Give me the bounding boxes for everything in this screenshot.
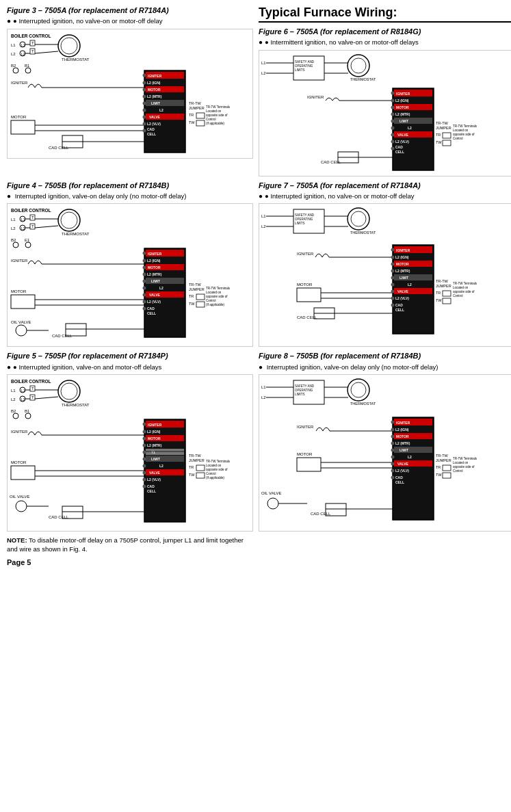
svg-text:IGNITER: IGNITER [11,430,28,434]
svg-text:B2: B2 [11,238,16,242]
svg-text:LIMIT: LIMIT [151,279,160,283]
svg-text:(If applicable): (If applicable) [206,303,225,306]
svg-text:MOTOR: MOTOR [297,283,313,287]
svg-text:opposite side of: opposite side of [453,465,475,469]
svg-text:L1: L1 [21,218,25,222]
svg-text:L1: L1 [21,43,25,47]
svg-point-58 [143,122,146,125]
svg-text:L2: L2 [261,71,266,75]
svg-text:IGNITER: IGNITER [11,259,28,263]
svg-point-52 [143,81,146,84]
svg-text:CAD: CAD [147,127,155,131]
svg-point-141 [58,209,80,231]
svg-text:Located on: Located on [453,461,469,464]
svg-text:OPERATING: OPERATING [295,389,313,392]
svg-text:L2: L2 [11,226,16,231]
svg-text:SAFETY AND: SAFETY AND [295,384,315,388]
svg-text:L1: L1 [11,218,16,222]
svg-text:MOTOR: MOTOR [396,434,409,438]
svg-point-56 [143,108,146,112]
svg-point-250 [391,290,395,293]
svg-text:SAFETY AND: SAFETY AND [295,60,315,64]
svg-text:JUMPER: JUMPER [436,284,451,288]
page-number: Page 5 [7,558,253,566]
svg-text:TR-TW: TR-TW [189,454,202,458]
svg-text:T: T [31,224,34,228]
fig3-diagram: BOILER CONTROL L1 L2 L1 L2 T T [7,29,253,159]
svg-text:TW: TW [189,473,195,477]
svg-text:L2: L2 [11,52,16,56]
svg-text:LIMIT: LIMIT [399,119,408,123]
svg-point-13 [58,35,80,57]
svg-text:opposite side of: opposite side of [206,468,228,471]
svg-rect-100 [394,125,432,131]
svg-point-111 [391,105,395,109]
svg-text:TW: TW [436,140,442,144]
svg-point-114 [391,126,395,129]
svg-text:TW: TW [436,473,442,477]
fig3-title: Figure 3 – 7505A (for replacement of R71… [7,5,253,15]
fig6-subtitle: ●● Intermittent ignition, no valve-on or… [259,38,511,47]
svg-text:LIMIT: LIMIT [151,457,160,461]
svg-rect-235 [394,281,432,287]
svg-text:L2: L2 [159,464,163,468]
svg-text:B2: B2 [11,409,16,413]
svg-text:THERMOSTAT: THERMOSTAT [62,403,90,407]
svg-text:CAD: CAD [395,475,403,480]
svg-text:L2 (MTR): L2 (MTR) [395,441,410,445]
svg-text:VALVE: VALVE [149,115,161,119]
svg-text:JUMPER: JUMPER [436,458,451,462]
svg-text:L2 (IGN): L2 (IGN) [147,81,161,85]
svg-point-388 [391,434,395,438]
svg-point-320 [143,422,146,425]
svg-text:CELL: CELL [147,311,156,315]
svg-text:L1: L1 [21,389,25,393]
svg-text:TR: TR [189,294,194,298]
fig4-subtitle: ● Interrupted ignition, valve-on delay o… [7,192,253,200]
svg-rect-258 [443,298,451,304]
svg-text:TR: TR [189,465,194,469]
svg-text:Located on: Located on [206,109,222,113]
svg-text:Control: Control [453,294,463,298]
svg-rect-288 [11,466,35,480]
fig7-diagram: L1 L2 SAFETY AND OPERATING LIMITS THERMO… [259,203,511,347]
svg-point-53 [143,88,146,91]
svg-text:TR: TR [436,291,441,295]
svg-text:opposite side of: opposite side of [206,295,228,298]
fig6-title: Figure 6 – 7505A (for replacement of R81… [259,27,511,36]
svg-text:IGNITER: IGNITER [148,74,162,78]
svg-text:L2: L2 [159,108,163,112]
svg-text:IGNITER: IGNITER [307,95,324,99]
svg-rect-194 [196,294,205,300]
svg-point-142 [61,212,77,228]
svg-text:opposite side of: opposite side of [206,114,228,117]
svg-point-182 [143,252,146,255]
svg-point-325 [143,457,146,460]
svg-text:L2: L2 [21,397,25,402]
svg-text:E1: E1 [25,238,30,242]
fig8-diagram: L1 L2 SAFETY AND OPERATING LIMITS THERMO… [259,374,511,532]
svg-rect-65 [196,120,205,126]
svg-point-149 [25,242,31,248]
svg-text:CAD: CAD [147,306,155,311]
note-text: NOTE: To disable motor-off delay on a 75… [7,536,253,554]
svg-point-116 [391,140,395,143]
svg-point-391 [391,455,395,458]
svg-text:OPERATING: OPERATING [295,64,313,68]
svg-text:T1: T1 [151,450,155,454]
svg-point-324 [143,450,146,454]
svg-text:TR-TW: TR-TW [436,454,449,458]
svg-text:IGNITER: IGNITER [11,81,28,85]
svg-point-244 [391,248,395,252]
svg-point-54 [143,94,146,98]
svg-text:L2 (IGN): L2 (IGN) [147,430,161,434]
svg-line-17 [35,51,58,53]
svg-text:CAD CELL: CAD CELL [311,512,331,516]
svg-text:VALVE: VALVE [149,471,161,475]
svg-text:MOTOR: MOTOR [11,460,27,464]
svg-point-213 [351,211,366,226]
svg-text:L2 (MTR): L2 (MTR) [147,94,162,99]
svg-text:L1: L1 [261,61,266,65]
svg-text:L2 (IGN): L2 (IGN) [395,99,409,103]
svg-text:TW: TW [189,302,195,306]
